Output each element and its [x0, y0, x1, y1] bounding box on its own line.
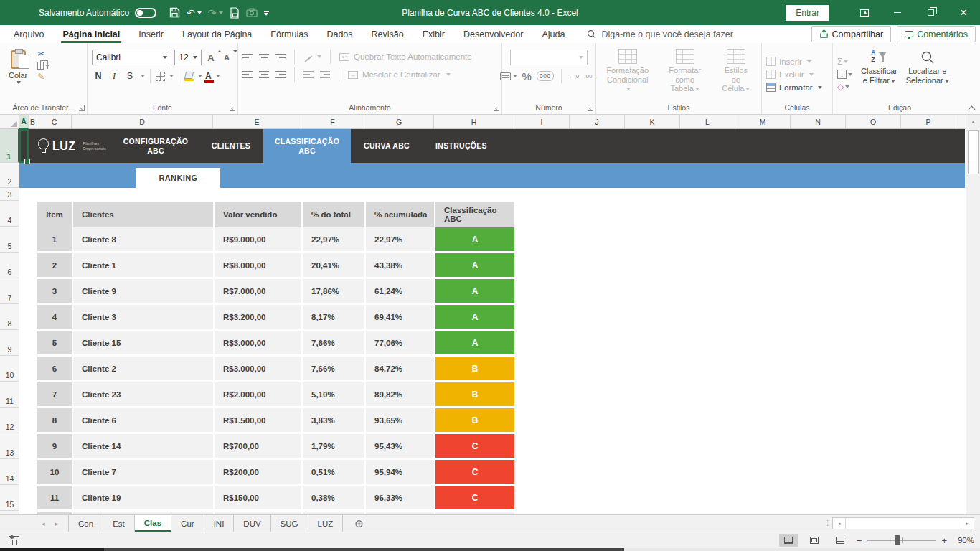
cell-r2-c0[interactable]: 2	[37, 253, 72, 277]
borders-icon[interactable]	[156, 72, 165, 81]
cell-r8-c5[interactable]: B	[435, 408, 514, 432]
comma-style-button[interactable]: 000	[537, 71, 554, 81]
cell-r10-c3[interactable]: 0,51%	[303, 460, 364, 484]
cell-r10-c0[interactable]: 10	[37, 460, 72, 484]
align-middle-icon[interactable]	[259, 54, 269, 60]
row-header-7[interactable]: 7	[0, 278, 19, 304]
cell-r6-c2[interactable]: R$3.000,00	[215, 357, 301, 380]
font-color-icon[interactable]: A	[205, 71, 212, 81]
minimize-button[interactable]	[881, 0, 914, 25]
ribbon-tab-arquivo[interactable]: Arquivo	[4, 25, 53, 43]
column-header-G[interactable]: G	[364, 115, 434, 129]
ribbon-tab-revisão[interactable]: Revisão	[362, 25, 413, 43]
sheet-tab-cur[interactable]: Cur	[171, 515, 204, 532]
shrink-font-button[interactable]: A	[220, 50, 233, 65]
row-header-10[interactable]: 10	[0, 356, 19, 382]
row-header-12[interactable]: 12	[0, 408, 19, 433]
column-header-D[interactable]: D	[72, 115, 213, 129]
cell-r9-c4[interactable]: 95,43%	[366, 434, 434, 458]
bold-button[interactable]: N	[92, 69, 105, 83]
row-header-8[interactable]: 8	[0, 304, 19, 330]
ranking-section-tab[interactable]: RANKING	[136, 168, 220, 188]
align-right-icon[interactable]	[275, 71, 286, 78]
column-header-E[interactable]: E	[213, 115, 301, 129]
cell-r5-c1[interactable]: Cliente 15	[73, 331, 213, 354]
cell-r9-c2[interactable]: R$700,00	[215, 434, 301, 458]
cell-r5-c0[interactable]: 5	[37, 331, 72, 354]
zoom-level[interactable]: 90%	[953, 536, 974, 545]
cell-r8-c1[interactable]: Cliente 6	[73, 408, 213, 432]
cell-r11-c1[interactable]: Cliente 19	[73, 486, 213, 509]
share-button[interactable]: Compartilhar	[811, 26, 892, 42]
ribbon-tab-desenvolvedor[interactable]: Desenvolvedor	[454, 25, 532, 43]
cell-r4-c0[interactable]: 4	[37, 305, 72, 329]
cell-r3-c0[interactable]: 3	[37, 279, 72, 303]
cell-r1-c3[interactable]: 22,97%	[303, 227, 364, 251]
percent-style-button[interactable]: %	[522, 70, 532, 83]
number-dialog-launcher[interactable]	[588, 105, 593, 111]
page-layout-view-button[interactable]	[805, 534, 824, 547]
horizontal-scrollbar[interactable]: ◂ ▸	[832, 517, 974, 529]
sheet-tab-clas[interactable]: Clas	[135, 515, 171, 532]
vertical-scroll-thumb[interactable]	[968, 130, 979, 174]
scroll-left-arrow[interactable]: ◂	[833, 518, 846, 529]
close-button[interactable]: ×	[947, 0, 980, 25]
cell-r4-c1[interactable]: Cliente 3	[73, 305, 213, 329]
autosum-button[interactable]: Σ	[837, 57, 852, 67]
restore-button[interactable]	[914, 0, 947, 25]
grid-body[interactable]: LUZ PlanilhasEmpresariais CONFIGURAÇÃOAB…	[19, 129, 966, 514]
sheet-tab-luz[interactable]: LUZ	[308, 515, 344, 532]
row-header-15[interactable]: 15	[0, 485, 19, 511]
sheet-tab-est[interactable]: Est	[103, 515, 135, 532]
cell-r6-c0[interactable]: 6	[37, 357, 72, 380]
cell-r1-c2[interactable]: R$9.000,00	[215, 227, 301, 251]
cell-r5-c4[interactable]: 77,06%	[366, 331, 434, 354]
paste-button[interactable]: Colar	[4, 47, 32, 101]
scrollbar-resize-handle[interactable]: ⁞	[826, 519, 828, 527]
cell-r2-c2[interactable]: R$8.000,00	[215, 253, 301, 277]
sheet-tab-sug[interactable]: SUG	[271, 515, 308, 532]
cell-r9-c3[interactable]: 1,79%	[303, 434, 364, 458]
cell-r7-c5[interactable]: B	[435, 382, 514, 406]
alignment-dialog-launcher[interactable]	[494, 105, 499, 111]
grow-font-button[interactable]: A	[204, 50, 217, 65]
redo-button[interactable]: ↷	[208, 7, 223, 19]
cell-r5-c5[interactable]: A	[435, 331, 514, 354]
row-header-3[interactable]: 3	[0, 188, 19, 201]
cell-r1-c1[interactable]: Cliente 8	[73, 227, 213, 251]
ribbon-tab-exibir[interactable]: Exibir	[413, 25, 454, 43]
cell-r7-c2[interactable]: R$2.000,00	[215, 382, 301, 406]
cell-r7-c0[interactable]: 7	[37, 382, 72, 406]
format-as-table-button[interactable]: Formatar comoTabela	[654, 47, 715, 101]
cell-r4-c5[interactable]: A	[435, 305, 514, 329]
sheet-tab-ini[interactable]: INI	[204, 515, 235, 532]
workbook-nav-configuração-abc[interactable]: CONFIGURAÇÃOABC	[113, 129, 199, 163]
cell-r1-c0[interactable]: 1	[37, 227, 72, 251]
ribbon-tab-fórmulas[interactable]: Fórmulas	[261, 25, 317, 43]
fill-color-icon[interactable]	[184, 72, 194, 81]
cell-r2-c3[interactable]: 20,41%	[303, 253, 364, 277]
cell-styles-button[interactable]: Estilos deCélula	[715, 47, 757, 101]
vertical-scrollbar[interactable]: ▲	[966, 115, 980, 514]
column-header-P[interactable]: P	[901, 115, 956, 129]
copy-button[interactable]	[37, 62, 50, 70]
workbook-nav-classificação-abc[interactable]: CLASSIFICAÇÃOABC	[263, 129, 351, 163]
column-header-O[interactable]: O	[846, 115, 901, 129]
decrease-indent-icon[interactable]	[303, 71, 314, 78]
next-sheet-arrow[interactable]: ▸	[55, 520, 59, 527]
column-header-H[interactable]: H	[434, 115, 514, 129]
cell-r8-c3[interactable]: 3,83%	[303, 408, 364, 432]
cell-r11-c5[interactable]: C	[435, 486, 514, 509]
row-header-9[interactable]: 9	[0, 330, 19, 356]
cell-r4-c2[interactable]: R$3.200,00	[215, 305, 301, 329]
cell-r11-c3[interactable]: 0,38%	[303, 486, 364, 509]
cell-r3-c3[interactable]: 17,86%	[303, 279, 364, 303]
row-header-13[interactable]: 13	[0, 433, 19, 459]
cell-r6-c1[interactable]: Cliente 2	[73, 357, 213, 380]
column-header-M[interactable]: M	[735, 115, 791, 129]
increase-decimal-button[interactable]: ←,0	[569, 73, 580, 80]
cell-r7-c1[interactable]: Cliente 23	[73, 382, 213, 406]
column-header-F[interactable]: F	[301, 115, 364, 129]
cell-r4-c4[interactable]: 69,41%	[366, 305, 434, 329]
cell-r10-c1[interactable]: Cliente 7	[73, 460, 213, 484]
